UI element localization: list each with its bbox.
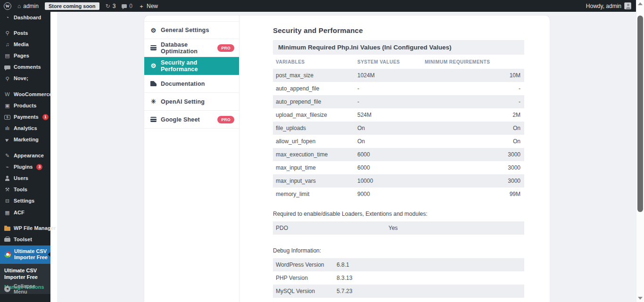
products-icon: ▣ bbox=[4, 103, 10, 108]
sidebar-item-posts[interactable]: ⚲Posts bbox=[0, 27, 50, 39]
table-cell: 524M bbox=[357, 112, 425, 118]
sidebar-item-payments[interactable]: $Payments1 bbox=[0, 112, 50, 123]
comment-bubble-icon bbox=[4, 65, 10, 69]
sidebar-item-toolset[interactable]: Toolset bbox=[0, 234, 50, 245]
sidebar-item-label: Toolset bbox=[14, 237, 32, 243]
submenu-item-ultimate-csv-importer-free[interactable]: Ultimate CSV Importer Free bbox=[4, 267, 46, 281]
column-header: MINIMUM REQUIREMENTS bbox=[425, 59, 520, 65]
table-cell: - bbox=[425, 85, 520, 92]
table-row: MySQL Version5.7.23 bbox=[273, 285, 524, 298]
tab-security-and-performance[interactable]: ⚙Security and Performance bbox=[144, 57, 239, 75]
store-coming-soon-badge[interactable]: Store coming soon bbox=[45, 2, 99, 10]
updates-indicator[interactable]: ↻ 3 bbox=[106, 3, 116, 9]
table-row: memory_limit900099M bbox=[273, 188, 524, 201]
table-cell: 6.8.1 bbox=[337, 261, 520, 268]
sidebar-item-marketing[interactable]: ►Marketing bbox=[0, 134, 50, 146]
acf-icon: ▦ bbox=[4, 210, 10, 215]
site-link[interactable]: ⌂ admin bbox=[17, 3, 39, 9]
page-title: Security and Performance bbox=[273, 26, 524, 34]
collapse-menu-button[interactable]: ◂ Collapse Menu bbox=[0, 280, 50, 297]
csv-importer-logo-icon bbox=[4, 251, 11, 258]
php-ini-table: post_max_size1024M10Mauto_append_file--a… bbox=[273, 69, 524, 201]
admin-bar: W ⌂ admin Store coming soon ↻ 3 0 ＋ New … bbox=[0, 0, 636, 12]
sidebar-item-label: Comments bbox=[14, 64, 41, 70]
sidebar-item-ultimate-csv-importer-free[interactable]: Ultimate CSV Importer Free bbox=[0, 245, 50, 264]
table-row: max_input_time60003000 bbox=[273, 161, 524, 174]
sidebar-item-label: Settings bbox=[14, 198, 34, 204]
sidebar-item-label: Payments bbox=[14, 114, 39, 120]
sidebar-item-label: Nove; bbox=[14, 75, 28, 82]
my-account-menu[interactable]: Howdy, admin bbox=[586, 2, 631, 9]
pro-badge: PRO bbox=[217, 116, 234, 123]
table-row: file_uploadsOnOn bbox=[273, 122, 524, 135]
woocommerce-icon: W bbox=[4, 92, 10, 97]
gear-icon: ⚙ bbox=[150, 63, 157, 69]
sidebar-item-label: Appearance bbox=[14, 153, 44, 159]
table-cell: - bbox=[357, 98, 425, 105]
sidebar-item-products[interactable]: ▣Products bbox=[0, 100, 50, 111]
plug-icon: ⌁ bbox=[4, 164, 10, 170]
scroll-down-arrow[interactable] bbox=[638, 297, 643, 300]
sidebar-item-media[interactable]: ♫Media bbox=[0, 39, 50, 50]
php-table-colheaders: VARIABLESSYSTEM VALUESMINIMUM REQUIREMEN… bbox=[273, 55, 524, 69]
table-row: auto_prepend_file-- bbox=[273, 95, 524, 108]
sidebar-item-plugins[interactable]: ⌁Plugins3 bbox=[0, 161, 50, 172]
settings-tabs: ⚙General SettingsDatabase OptimizationPR… bbox=[144, 16, 239, 302]
wordpress-menu[interactable]: W bbox=[4, 2, 11, 10]
sidebar-item-comments[interactable]: Comments bbox=[0, 62, 50, 73]
tab-documentation[interactable]: Documentation bbox=[144, 75, 239, 93]
collapse-arrow-icon: ◂ bbox=[4, 286, 10, 292]
sidebar-item-woocommerce[interactable]: WWooCommerce bbox=[0, 89, 50, 100]
comments-indicator[interactable]: 0 bbox=[122, 3, 132, 9]
tab-database-optimization[interactable]: Database OptimizationPRO bbox=[144, 39, 239, 57]
table-cell: PHP Version bbox=[276, 275, 337, 281]
tab-openai-setting[interactable]: ✳OpenAI Setting bbox=[144, 93, 239, 111]
sidebar-item-label: Marketing bbox=[14, 137, 39, 143]
tab-general-settings[interactable]: ⚙General Settings bbox=[144, 21, 239, 39]
sidebar-item-acf[interactable]: ▦ACF bbox=[0, 207, 50, 218]
pin-icon: ⚲ bbox=[4, 31, 10, 36]
scroll-up-arrow[interactable] bbox=[638, 2, 643, 5]
settings-panel: ⚙General SettingsDatabase OptimizationPR… bbox=[144, 16, 550, 302]
tab-label: Security and Performance bbox=[161, 59, 234, 73]
table-cell: upload_max_filesize bbox=[276, 112, 357, 118]
tab-google-sheet[interactable]: Google SheetPRO bbox=[144, 111, 239, 129]
sidebar-item-pages[interactable]: ▤Pages bbox=[0, 50, 50, 62]
table-cell: 6000 bbox=[357, 151, 425, 158]
sidebar-item-label: Users bbox=[14, 175, 28, 181]
analytics-icon: ılı bbox=[4, 126, 10, 131]
sidebar-item-users[interactable]: Users bbox=[0, 172, 50, 184]
loaders-table: PDOYes bbox=[273, 221, 524, 235]
page-scrollbar[interactable] bbox=[636, 0, 644, 302]
user-icon bbox=[4, 176, 10, 181]
tab-label: General Settings bbox=[161, 27, 209, 33]
openai-icon: ✳ bbox=[150, 98, 157, 105]
update-count: 3 bbox=[113, 3, 116, 9]
sidebar-item-settings[interactable]: ⊟Settings bbox=[0, 196, 50, 207]
sidebar-item-nove[interactable]: ⚲Nove; bbox=[0, 73, 50, 84]
table-cell: Yes bbox=[388, 225, 520, 231]
tab-label: OpenAI Setting bbox=[161, 98, 205, 105]
collapse-menu-label: Collapse Menu bbox=[14, 283, 46, 294]
table-row: auto_append_file-- bbox=[273, 82, 524, 95]
sidebar-item-tools[interactable]: ⚒Tools bbox=[0, 184, 50, 196]
scrollbar-thumb[interactable] bbox=[637, 16, 643, 212]
sidebar-item-appearance[interactable]: ✎Appearance bbox=[0, 150, 50, 161]
table-cell: 3000 bbox=[425, 178, 520, 184]
sidebar-item-label: WP File Manager bbox=[14, 225, 56, 231]
table-cell: 99M bbox=[425, 191, 520, 197]
sidebar-item-label: Products bbox=[14, 103, 36, 109]
table-cell: On bbox=[425, 125, 520, 131]
table-cell: MySQL Version bbox=[276, 288, 337, 294]
new-content-menu[interactable]: ＋ New bbox=[139, 3, 158, 9]
sidebar-item-wp-file-manager[interactable]: WP File Manager bbox=[0, 222, 50, 234]
folder-icon bbox=[4, 227, 10, 231]
table-cell: 6000 bbox=[357, 164, 425, 171]
payments-icon: $ bbox=[4, 115, 10, 120]
tools-icon: ⚒ bbox=[4, 187, 10, 192]
sidebar-item-dashboard[interactable]: ◔Dashboard bbox=[0, 12, 50, 23]
table-cell: 2M bbox=[425, 112, 520, 118]
update-icon: ↻ bbox=[106, 3, 110, 9]
sidebar-item-analytics[interactable]: ılıAnalytics bbox=[0, 123, 50, 134]
sidebar-item-label: Analytics bbox=[14, 125, 37, 131]
